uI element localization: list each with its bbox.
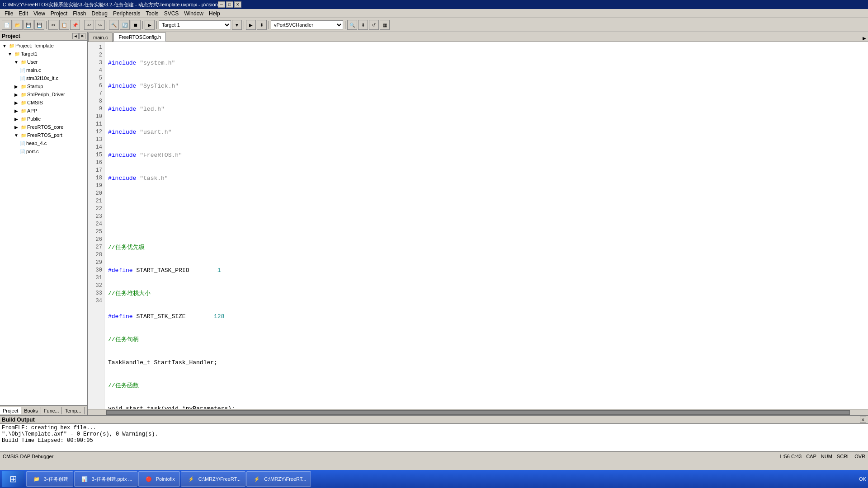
tree-user[interactable]: ▼ 📁 User <box>0 58 87 66</box>
menu-view[interactable]: View <box>31 10 48 17</box>
tab-books[interactable]: Books <box>21 407 41 414</box>
code-line-10: #define START_TASK_PRIO 1 <box>108 267 864 274</box>
ln-32: 32 <box>88 282 104 290</box>
build-line-1: FromELF: creating hex file... <box>2 425 866 431</box>
tree-startup[interactable]: ▶ 📁 Startup <box>0 82 87 90</box>
more-btn[interactable]: ▦ <box>380 20 390 30</box>
code-content[interactable]: #include "system.h" #include "SysTick.h"… <box>104 42 868 409</box>
stop-btn[interactable]: ⏹ <box>131 20 141 30</box>
ln-22: 22 <box>88 205 104 213</box>
start-button[interactable]: ⊞ <box>2 471 24 487</box>
panel-hide-btn[interactable]: ◄ <box>72 33 79 39</box>
taskbar-pptx-label: 3-任务创建.pptx ... <box>92 476 132 483</box>
build-panel-close-btn[interactable]: ✕ <box>860 417 866 423</box>
user-collapse-icon: ▼ <box>13 58 20 66</box>
paste-btn[interactable]: 📌 <box>70 20 80 30</box>
taskbar-item-folder[interactable]: 📁 3-任务创建 <box>26 471 73 487</box>
user-folder-icon: 📁 <box>20 58 27 66</box>
target-options-btn[interactable]: ▼ <box>232 20 242 30</box>
panel-close-btn[interactable]: ✕ <box>79 33 85 39</box>
taskbar-right-area: OK <box>859 476 866 482</box>
tree-public[interactable]: ▶ 📁 Public <box>0 115 87 123</box>
build-line-3: Build Time Elapsed: 00:00:05 <box>2 437 866 444</box>
code-line-13: //任务句柄 <box>108 336 864 343</box>
function-select[interactable]: vPortSVCHandler <box>271 20 343 29</box>
menu-flash[interactable]: Flash <box>70 10 89 17</box>
run-btn[interactable]: ▶ <box>246 20 256 30</box>
tree-app[interactable]: ▶ 📁 APP <box>0 107 87 115</box>
menu-peripherals[interactable]: Peripherals <box>110 10 143 17</box>
menu-tools[interactable]: Tools <box>143 10 161 17</box>
menu-debug[interactable]: Debug <box>89 10 110 17</box>
taskbar-item-pptx[interactable]: 📊 3-任务创建.pptx ... <box>74 471 137 487</box>
maximize-button[interactable]: □ <box>226 1 233 8</box>
cut-btn[interactable]: ✂ <box>48 20 58 30</box>
rebuild-btn[interactable]: 🔄 <box>120 20 130 30</box>
public-expand-icon: ▶ <box>13 115 20 122</box>
code-line-5: #include "FreeRTOS.h" <box>108 151 864 159</box>
close-button[interactable]: ✕ <box>234 1 241 8</box>
taskbar-item-pointofix[interactable]: 🔴 Pointofix <box>138 471 180 487</box>
tree-cmsis[interactable]: ▶ 📁 CMSIS <box>0 99 87 107</box>
tree-target1[interactable]: ▼ 📁 Target1 <box>0 50 87 58</box>
save-all-btn[interactable]: 💾 <box>34 20 44 30</box>
tree-main-c[interactable]: 📄 main.c <box>0 66 87 74</box>
step-btn[interactable]: ⬇ <box>257 20 267 30</box>
code-line-8 <box>108 221 864 228</box>
freertos-core-label: FreeRTOS_core <box>27 124 63 130</box>
menu-window[interactable]: Window <box>181 10 206 17</box>
copy-btn[interactable]: 📋 <box>59 20 69 30</box>
taskbar-item-freert-2[interactable]: ⚡ C:\MRZY\FreeRT... <box>246 471 311 487</box>
sep4 <box>142 21 143 29</box>
h-scroll-thumb[interactable] <box>106 410 850 415</box>
ln-28: 28 <box>88 251 104 259</box>
ln-8: 8 <box>88 98 104 105</box>
tree-freertos-core[interactable]: ▶ 📁 FreeRTOS_core <box>0 123 87 131</box>
menu-svcs[interactable]: SVCS <box>161 10 182 17</box>
tree-stdperiph[interactable]: ▶ 📁 StdPeriph_Driver <box>0 90 87 99</box>
menu-edit[interactable]: Edit <box>16 10 31 17</box>
scrl-indicator: SCRL <box>837 454 850 459</box>
tab-func[interactable]: Func... <box>41 407 62 414</box>
menu-help[interactable]: Help <box>206 10 223 17</box>
build-btn[interactable]: 🔨 <box>109 20 119 30</box>
menu-file[interactable]: File <box>2 10 16 17</box>
minimize-button[interactable]: ─ <box>218 1 225 8</box>
tab-freertos-config[interactable]: FreeRTOSConfig.h <box>113 33 166 42</box>
tab-project[interactable]: Project <box>0 407 21 414</box>
build-output-content: FromELF: creating hex file... ".\Obj\Tem… <box>0 424 868 451</box>
project-header-buttons: ◄ ✕ <box>72 33 85 39</box>
tab-temp[interactable]: Temp... <box>62 407 84 414</box>
tree-port-c[interactable]: 📄 port.c <box>0 147 87 155</box>
redo-btn[interactable]: ↪ <box>95 20 105 30</box>
debug-btn[interactable]: ▶ <box>145 20 155 30</box>
ln-5: 5 <box>88 75 104 82</box>
tree-freertos-port[interactable]: ▼ 📁 FreeRTOS_port <box>0 131 87 139</box>
stm32-it-label: stm32f10x_it.c <box>26 75 58 81</box>
project-collapse-icon: ▼ <box>1 42 8 49</box>
tree-stm32-it[interactable]: 📄 stm32f10x_it.c <box>0 74 87 82</box>
sep1 <box>46 21 47 29</box>
tree-heap4[interactable]: 📄 heap_4.c <box>0 139 87 147</box>
new-file-btn[interactable]: 📄 <box>2 20 12 30</box>
tab-main-c[interactable]: main.c <box>88 33 113 42</box>
open-btn[interactable]: 📂 <box>13 20 23 30</box>
taskbar-item-freert-1[interactable]: ⚡ C:\MRZY\FreeRT... <box>181 471 245 487</box>
reset-btn[interactable]: ↺ <box>369 20 379 30</box>
ln-2: 2 <box>88 52 104 59</box>
tab-scroll-right[interactable]: ▶ <box>861 34 868 42</box>
code-line-1: #include "system.h" <box>108 59 864 67</box>
undo-btn[interactable]: ↩ <box>84 20 94 30</box>
menu-project[interactable]: Project <box>48 10 70 17</box>
taskbar-ok-label: OK <box>859 476 866 482</box>
user-label: User <box>27 59 38 65</box>
stdperiph-expand-icon: ▶ <box>13 91 20 98</box>
toolbar-row-1: 📄 📂 💾 💾 ✂ 📋 📌 ↩ ↪ 🔨 🔄 ⏹ ▶ Target 1 ▼ ▶ ⬇… <box>2 19 866 31</box>
port-c-label: port.c <box>26 149 39 154</box>
horizontal-scrollbar[interactable] <box>88 409 868 415</box>
zoom-in-btn[interactable]: 🔍 <box>347 20 357 30</box>
save-btn[interactable]: 💾 <box>24 20 33 30</box>
tree-project-root[interactable]: ▼ 📁 Project: Template <box>0 42 87 50</box>
download-btn[interactable]: ⬇ <box>358 20 368 30</box>
target-select[interactable]: Target 1 <box>159 20 231 29</box>
